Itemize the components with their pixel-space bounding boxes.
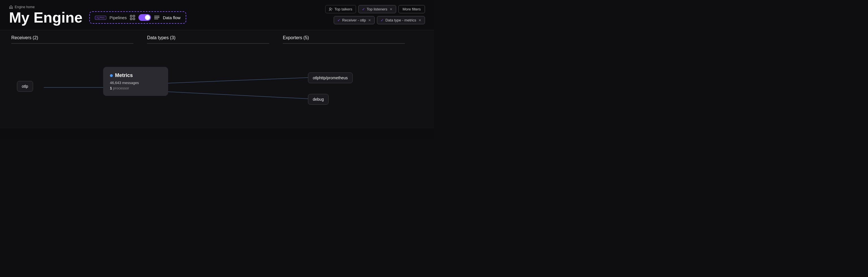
- header-right: Top talkers ✓ Top listeners ✕ More filte…: [325, 5, 425, 24]
- exporter1-label: otlphttp/prometheus: [313, 76, 348, 80]
- flow-svg: [0, 46, 434, 128]
- svg-rect-3: [133, 18, 135, 20]
- svg-rect-2: [130, 18, 132, 20]
- receivers-label: Receivers (2): [11, 35, 38, 40]
- pipelines-icon: [130, 15, 135, 20]
- receiver-label: otlp: [22, 84, 28, 89]
- data-types-label: Data types (3): [147, 35, 175, 40]
- svg-rect-0: [130, 15, 132, 17]
- metrics-processor: 1 processor: [110, 86, 161, 90]
- app-wrapper: Engine home My Engine ALPHA Pipelines: [0, 0, 434, 139]
- talker-icon: [329, 7, 333, 11]
- view-toggle[interactable]: [138, 14, 151, 21]
- receiver-otlp-label: Receiver - otlp: [342, 18, 366, 22]
- metrics-title-text: Metrics: [115, 72, 133, 78]
- flow-area: otlp Metrics 46,643 messages 1 processor…: [0, 46, 434, 128]
- filter-row-2: ✓ Receiver - otlp ✕ ✓ Data type - metric…: [334, 16, 425, 24]
- top-listeners-chip[interactable]: ✓ Top listeners ✕: [358, 5, 396, 13]
- data-type-metrics-label: Data type - metrics: [385, 18, 416, 22]
- receiver-otlp-chip[interactable]: ✓ Receiver - otlp ✕: [334, 16, 375, 24]
- exporters-header: Exporters (5): [283, 35, 418, 44]
- metrics-card-title: Metrics: [110, 72, 161, 78]
- metrics-messages-count: 46,643 messages: [110, 81, 139, 85]
- data-types-header: Data types (3): [147, 35, 283, 44]
- bottom-section: Receivers (2) Data types (3) Exporters (…: [0, 30, 434, 128]
- filter-row-1: Top talkers ✓ Top listeners ✕ More filte…: [325, 5, 425, 13]
- column-headers: Receivers (2) Data types (3) Exporters (…: [0, 30, 434, 46]
- check-receiver-icon: ✓: [337, 18, 340, 22]
- check-datatype-icon: ✓: [381, 18, 384, 22]
- receiver-node-otlp[interactable]: otlp: [17, 81, 33, 92]
- breadcrumb-label: Engine home: [15, 5, 35, 9]
- svg-line-9: [167, 77, 308, 83]
- page-title: My Engine: [9, 10, 83, 25]
- more-filters-button[interactable]: More filters: [398, 5, 425, 13]
- top-talkers-label: Top talkers: [335, 7, 352, 11]
- home-icon: [9, 5, 13, 9]
- top-talkers-chip[interactable]: Top talkers: [325, 5, 356, 13]
- alpha-badge: ALPHA: [95, 16, 106, 20]
- top-section: Engine home My Engine ALPHA Pipelines: [0, 0, 434, 25]
- more-filters-label: More filters: [403, 7, 421, 11]
- metrics-card[interactable]: Metrics 46,643 messages 1 processor: [103, 67, 168, 96]
- breadcrumb[interactable]: Engine home: [9, 5, 186, 9]
- top-listeners-label: Top listeners: [367, 7, 388, 11]
- close-receiver-icon[interactable]: ✕: [368, 18, 371, 22]
- metrics-messages: 46,643 messages: [110, 81, 161, 85]
- data-type-metrics-chip[interactable]: ✓ Data type - metrics ✕: [377, 16, 425, 24]
- processor-label: processor: [113, 86, 129, 90]
- header-left: Engine home My Engine ALPHA Pipelines: [9, 5, 186, 25]
- exporters-label: Exporters (5): [283, 35, 309, 40]
- dataflow-icon: [154, 15, 159, 20]
- dataflow-tab[interactable]: Data flow: [163, 15, 181, 20]
- pipelines-tab[interactable]: Pipelines: [110, 15, 127, 20]
- exporter-node-otlphttp[interactable]: otlphttp/prometheus: [308, 72, 352, 83]
- close-listeners-icon[interactable]: ✕: [390, 7, 393, 11]
- tab-switcher: ALPHA Pipelines: [89, 11, 186, 24]
- title-row: My Engine ALPHA Pipelines: [9, 10, 186, 25]
- svg-line-10: [167, 92, 308, 99]
- receivers-header: Receivers (2): [11, 35, 147, 44]
- check-icon: ✓: [362, 7, 365, 11]
- close-datatype-icon[interactable]: ✕: [418, 18, 421, 22]
- metrics-dot: [110, 74, 113, 77]
- processor-count: 1: [110, 86, 112, 90]
- svg-point-7: [330, 8, 331, 9]
- exporter2-label: debug: [313, 97, 324, 102]
- exporter-node-debug[interactable]: debug: [308, 94, 329, 105]
- svg-rect-1: [133, 15, 135, 17]
